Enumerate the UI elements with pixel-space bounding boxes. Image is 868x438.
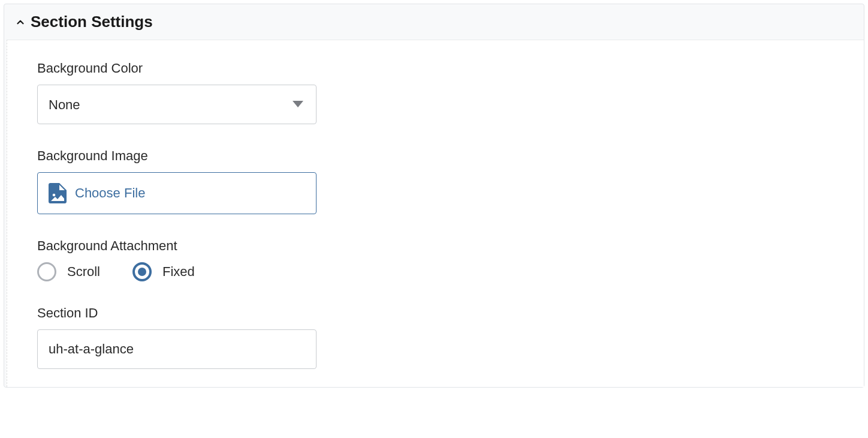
section-id-field: Section ID — [37, 305, 852, 369]
background-image-field: Background Image Choose File — [37, 148, 852, 214]
panel-title: Section Settings — [31, 13, 153, 31]
background-color-select[interactable]: None — [37, 85, 317, 124]
radio-option-scroll[interactable]: Scroll — [37, 262, 100, 281]
choose-file-label: Choose File — [75, 185, 145, 201]
background-attachment-label: Background Attachment — [37, 238, 852, 254]
background-attachment-radio-group: Scroll Fixed — [37, 262, 852, 281]
background-color-label: Background Color — [37, 61, 852, 76]
panel-header[interactable]: Section Settings — [4, 4, 864, 40]
svg-point-1 — [53, 194, 56, 197]
section-settings-panel: Section Settings Background Color None B… — [4, 4, 864, 388]
radio-label-scroll: Scroll — [67, 264, 100, 280]
section-id-input[interactable] — [37, 329, 317, 369]
background-attachment-field: Background Attachment Scroll Fixed — [37, 238, 852, 281]
radio-label-fixed: Fixed — [162, 264, 195, 280]
background-image-label: Background Image — [37, 148, 852, 164]
background-color-select-wrap: None — [37, 85, 317, 124]
panel-body: Background Color None Background Image — [7, 40, 864, 387]
section-id-label: Section ID — [37, 305, 852, 321]
image-file-icon — [49, 183, 67, 203]
radio-icon — [37, 262, 56, 281]
choose-file-button[interactable]: Choose File — [37, 172, 317, 214]
radio-icon-checked — [132, 262, 152, 281]
radio-option-fixed[interactable]: Fixed — [132, 262, 195, 281]
chevron-up-icon — [15, 17, 26, 28]
background-color-field: Background Color None — [37, 61, 852, 124]
